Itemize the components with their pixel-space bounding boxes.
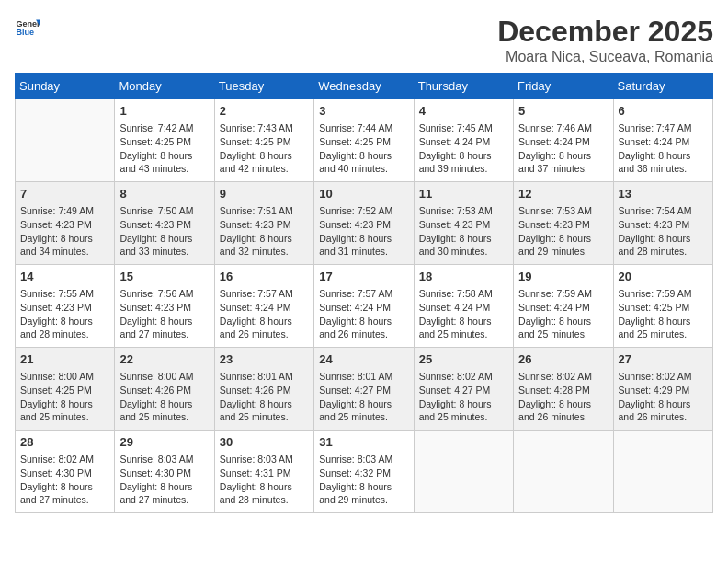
day-number: 14 — [20, 269, 109, 285]
logo-icon: General Blue — [15, 15, 40, 40]
calendar-table: SundayMondayTuesdayWednesdayThursdayFrid… — [15, 73, 713, 513]
calendar-day-header: Sunday — [16, 74, 115, 99]
calendar-day-header: Saturday — [613, 74, 712, 99]
day-info: Sunrise: 8:00 AM Sunset: 4:25 PM Dayligh… — [20, 370, 109, 424]
day-number: 23 — [220, 351, 309, 368]
svg-text:Blue: Blue — [16, 28, 34, 37]
calendar-day-cell: 26Sunrise: 8:02 AM Sunset: 4:28 PM Dayli… — [514, 348, 613, 431]
day-info: Sunrise: 7:57 AM Sunset: 4:24 PM Dayligh… — [220, 287, 309, 341]
day-info: Sunrise: 8:02 AM Sunset: 4:28 PM Dayligh… — [518, 370, 608, 424]
day-info: Sunrise: 7:59 AM Sunset: 4:25 PM Dayligh… — [619, 287, 708, 341]
calendar-day-header: Thursday — [414, 74, 513, 99]
calendar-day-cell: 18Sunrise: 7:58 AM Sunset: 4:24 PM Dayli… — [414, 265, 513, 348]
calendar-day-cell: 12Sunrise: 7:53 AM Sunset: 4:23 PM Dayli… — [514, 182, 613, 265]
day-info: Sunrise: 8:02 AM Sunset: 4:27 PM Dayligh… — [419, 370, 508, 424]
calendar-day-cell: 17Sunrise: 7:57 AM Sunset: 4:24 PM Dayli… — [314, 265, 414, 348]
day-number: 31 — [319, 434, 408, 451]
calendar-day-cell: 9Sunrise: 7:51 AM Sunset: 4:23 PM Daylig… — [214, 182, 313, 265]
day-number: 30 — [220, 434, 309, 451]
day-info: Sunrise: 7:49 AM Sunset: 4:23 PM Dayligh… — [20, 204, 109, 259]
calendar-day-cell — [414, 431, 513, 513]
logo: General Blue — [15, 15, 40, 40]
day-number: 7 — [20, 186, 109, 202]
day-number: 17 — [319, 269, 408, 285]
day-info: Sunrise: 7:50 AM Sunset: 4:23 PM Dayligh… — [119, 204, 209, 259]
title-block: December 2025 Moara Nica, Suceava, Roman… — [497, 15, 713, 65]
calendar-day-cell: 15Sunrise: 7:56 AM Sunset: 4:23 PM Dayli… — [115, 265, 214, 348]
calendar-day-cell: 31Sunrise: 8:03 AM Sunset: 4:32 PM Dayli… — [314, 431, 414, 513]
day-info: Sunrise: 7:46 AM Sunset: 4:24 PM Dayligh… — [518, 121, 608, 176]
calendar-day-cell: 16Sunrise: 7:57 AM Sunset: 4:24 PM Dayli… — [214, 265, 313, 348]
day-number: 15 — [119, 269, 209, 285]
day-info: Sunrise: 7:54 AM Sunset: 4:23 PM Dayligh… — [619, 204, 708, 259]
calendar-day-cell: 14Sunrise: 7:55 AM Sunset: 4:23 PM Dayli… — [16, 265, 115, 348]
subtitle: Moara Nica, Suceava, Romania — [497, 49, 713, 65]
calendar-day-cell: 13Sunrise: 7:54 AM Sunset: 4:23 PM Dayli… — [613, 182, 712, 265]
day-number: 10 — [319, 186, 408, 202]
day-number: 12 — [518, 186, 608, 202]
calendar-day-cell: 27Sunrise: 8:02 AM Sunset: 4:29 PM Dayli… — [613, 348, 712, 431]
day-info: Sunrise: 7:56 AM Sunset: 4:23 PM Dayligh… — [119, 287, 209, 341]
day-info: Sunrise: 7:58 AM Sunset: 4:24 PM Dayligh… — [419, 287, 508, 341]
day-info: Sunrise: 7:47 AM Sunset: 4:24 PM Dayligh… — [619, 121, 708, 176]
day-number: 27 — [619, 351, 708, 368]
calendar-day-cell: 25Sunrise: 8:02 AM Sunset: 4:27 PM Dayli… — [414, 348, 513, 431]
calendar-day-cell: 2Sunrise: 7:43 AM Sunset: 4:25 PM Daylig… — [214, 99, 313, 182]
day-info: Sunrise: 8:03 AM Sunset: 4:31 PM Dayligh… — [220, 453, 309, 507]
day-info: Sunrise: 7:52 AM Sunset: 4:23 PM Dayligh… — [319, 204, 408, 259]
day-number: 9 — [220, 186, 309, 202]
calendar-day-cell: 23Sunrise: 8:01 AM Sunset: 4:26 PM Dayli… — [214, 348, 313, 431]
day-number: 19 — [518, 269, 608, 285]
day-info: Sunrise: 7:51 AM Sunset: 4:23 PM Dayligh… — [220, 204, 309, 259]
calendar-week-row: 1Sunrise: 7:42 AM Sunset: 4:25 PM Daylig… — [16, 99, 713, 182]
day-number: 3 — [319, 103, 408, 120]
calendar-week-row: 14Sunrise: 7:55 AM Sunset: 4:23 PM Dayli… — [16, 265, 713, 348]
calendar-day-cell: 6Sunrise: 7:47 AM Sunset: 4:24 PM Daylig… — [613, 99, 712, 182]
day-number: 2 — [220, 103, 309, 120]
day-info: Sunrise: 8:01 AM Sunset: 4:27 PM Dayligh… — [319, 370, 408, 424]
calendar-week-row: 21Sunrise: 8:00 AM Sunset: 4:25 PM Dayli… — [16, 348, 713, 431]
calendar-day-cell: 29Sunrise: 8:03 AM Sunset: 4:30 PM Dayli… — [115, 431, 214, 513]
day-number: 26 — [518, 351, 608, 368]
day-number: 29 — [119, 434, 209, 451]
day-number: 1 — [119, 103, 209, 120]
day-info: Sunrise: 8:02 AM Sunset: 4:29 PM Dayligh… — [619, 370, 708, 424]
day-number: 20 — [619, 269, 708, 285]
day-info: Sunrise: 7:44 AM Sunset: 4:25 PM Dayligh… — [319, 121, 408, 176]
day-number: 6 — [619, 103, 708, 120]
day-number: 13 — [619, 186, 708, 202]
day-info: Sunrise: 8:03 AM Sunset: 4:30 PM Dayligh… — [119, 453, 209, 507]
calendar-day-header: Tuesday — [214, 74, 313, 99]
day-info: Sunrise: 8:00 AM Sunset: 4:26 PM Dayligh… — [119, 370, 209, 424]
calendar-day-header: Friday — [514, 74, 613, 99]
calendar-day-cell: 1Sunrise: 7:42 AM Sunset: 4:25 PM Daylig… — [115, 99, 214, 182]
day-number: 22 — [119, 351, 209, 368]
calendar-week-row: 7Sunrise: 7:49 AM Sunset: 4:23 PM Daylig… — [16, 182, 713, 265]
calendar-day-header: Monday — [115, 74, 214, 99]
day-info: Sunrise: 7:42 AM Sunset: 4:25 PM Dayligh… — [119, 121, 209, 176]
calendar-day-cell: 20Sunrise: 7:59 AM Sunset: 4:25 PM Dayli… — [613, 265, 712, 348]
calendar-day-cell: 28Sunrise: 8:02 AM Sunset: 4:30 PM Dayli… — [16, 431, 115, 513]
day-number: 18 — [419, 269, 508, 285]
calendar-day-cell: 22Sunrise: 8:00 AM Sunset: 4:26 PM Dayli… — [115, 348, 214, 431]
calendar-day-cell: 5Sunrise: 7:46 AM Sunset: 4:24 PM Daylig… — [514, 99, 613, 182]
calendar-day-cell: 19Sunrise: 7:59 AM Sunset: 4:24 PM Dayli… — [514, 265, 613, 348]
calendar-week-row: 28Sunrise: 8:02 AM Sunset: 4:30 PM Dayli… — [16, 431, 713, 513]
calendar-day-cell: 21Sunrise: 8:00 AM Sunset: 4:25 PM Dayli… — [16, 348, 115, 431]
calendar-day-cell: 11Sunrise: 7:53 AM Sunset: 4:23 PM Dayli… — [414, 182, 513, 265]
day-number: 16 — [220, 269, 309, 285]
day-info: Sunrise: 7:43 AM Sunset: 4:25 PM Dayligh… — [220, 121, 309, 176]
day-info: Sunrise: 7:45 AM Sunset: 4:24 PM Dayligh… — [419, 121, 508, 176]
day-info: Sunrise: 7:55 AM Sunset: 4:23 PM Dayligh… — [20, 287, 109, 341]
day-info: Sunrise: 8:01 AM Sunset: 4:26 PM Dayligh… — [220, 370, 309, 424]
day-info: Sunrise: 7:57 AM Sunset: 4:24 PM Dayligh… — [319, 287, 408, 341]
day-number: 25 — [419, 351, 508, 368]
calendar-day-cell: 7Sunrise: 7:49 AM Sunset: 4:23 PM Daylig… — [16, 182, 115, 265]
calendar-day-cell: 3Sunrise: 7:44 AM Sunset: 4:25 PM Daylig… — [314, 99, 414, 182]
calendar-day-header: Wednesday — [314, 74, 414, 99]
day-info: Sunrise: 7:59 AM Sunset: 4:24 PM Dayligh… — [518, 287, 608, 341]
page-header: General Blue December 2025 Moara Nica, S… — [15, 15, 713, 65]
day-number: 28 — [20, 434, 109, 451]
calendar-day-cell — [16, 99, 115, 182]
calendar-day-cell: 8Sunrise: 7:50 AM Sunset: 4:23 PM Daylig… — [115, 182, 214, 265]
